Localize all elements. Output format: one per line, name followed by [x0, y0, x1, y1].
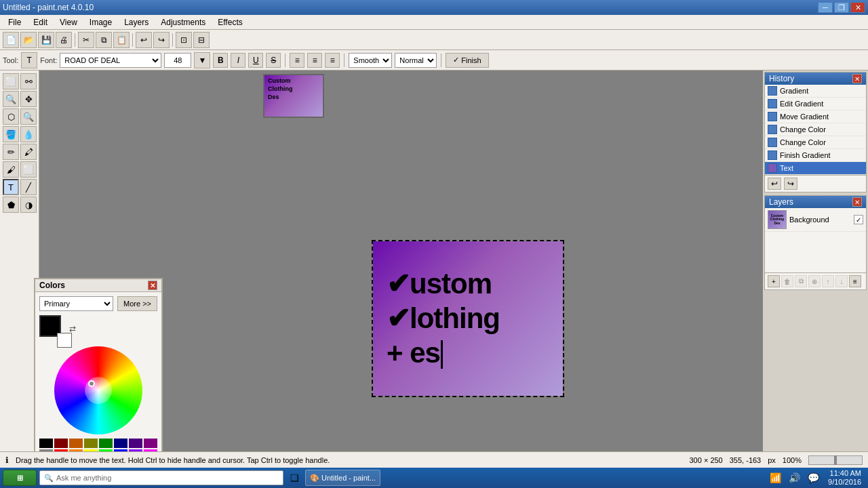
history-undo-button[interactable]: ↩ [768, 178, 781, 190]
tool-text[interactable]: T [3, 179, 19, 195]
smooth-select[interactable]: Smooth [349, 53, 392, 68]
underline-button[interactable]: U [248, 53, 263, 68]
open-button[interactable]: 📂 [20, 32, 37, 48]
preset-yellow[interactable] [84, 439, 98, 448]
cut-button[interactable]: ✂ [78, 32, 94, 48]
history-item-gradient[interactable]: Gradient [765, 85, 866, 98]
minimize-button[interactable]: ─ [818, 2, 833, 13]
strikethrough-button[interactable]: S [266, 53, 281, 68]
more-colors-button[interactable]: More >> [117, 296, 157, 311]
menu-effects[interactable]: Effects [212, 16, 248, 28]
size-down-button[interactable]: ▼ [194, 52, 210, 68]
canvas-image[interactable]: ✔ustom ✔lothing + es [372, 240, 564, 397]
menu-file[interactable]: File [3, 16, 26, 28]
start-button[interactable]: ⊞ [3, 470, 37, 486]
history-item-finish-gradient[interactable]: Finish Gradient [765, 149, 866, 162]
history-item-text[interactable]: Text [765, 162, 866, 175]
align-left-button[interactable]: ≡ [290, 53, 304, 68]
swap-arrow-icon[interactable]: ⇄ [69, 324, 76, 333]
finish-button[interactable]: ✓ Finish [446, 53, 488, 68]
save-button[interactable]: 💾 [38, 32, 54, 48]
undo-button[interactable]: ↩ [136, 32, 152, 48]
align-right-button[interactable]: ≡ [325, 53, 340, 68]
task-view-icon[interactable]: ❏ [286, 470, 302, 486]
taskbar-search[interactable]: 🔍 Ask me anything [39, 470, 283, 485]
paste-button[interactable]: 📋 [113, 32, 130, 48]
layers-up-button[interactable]: ↑ [822, 275, 834, 287]
tool-paintbucket[interactable]: 🪣 [3, 126, 19, 142]
text-tool-icon[interactable]: T [21, 52, 37, 68]
restore-button[interactable]: ❐ [834, 2, 849, 13]
font-size-input[interactable] [164, 53, 191, 68]
network-icon[interactable]: 📶 [767, 470, 783, 486]
history-item-move-gradient[interactable]: Move Gradient [765, 110, 866, 123]
preset-orange[interactable] [69, 439, 83, 448]
invert-button[interactable]: ⊟ [193, 32, 210, 48]
color-wheel-container[interactable] [54, 346, 142, 434]
normal-select[interactable]: Normal [395, 53, 437, 68]
menu-image[interactable]: Image [84, 16, 117, 28]
tool-brush[interactable]: 🖌 [3, 161, 19, 178]
layers-properties-button[interactable]: ≡ [849, 275, 861, 287]
layers-down-button[interactable]: ↓ [835, 275, 848, 287]
tool-shape[interactable]: ⬟ [3, 197, 19, 213]
font-select[interactable]: ROAD OF DEAL [60, 53, 161, 68]
colors-close-button[interactable]: ✕ [148, 281, 157, 290]
taskbar-app-paintnet[interactable]: 🎨 Untitled - paint... [305, 470, 380, 486]
tool-line[interactable]: ╱ [20, 179, 37, 195]
history-item-edit-gradient[interactable]: Edit Gradient [765, 98, 866, 110]
tool-colorpicker[interactable]: 💧 [20, 126, 37, 142]
preset-green[interactable] [99, 439, 113, 448]
notification-icon[interactable]: 💬 [805, 470, 821, 486]
new-button[interactable]: 📄 [3, 32, 19, 48]
layer-background[interactable]: CustomClothingDes Background ✓ [765, 208, 866, 232]
tool-pencil[interactable]: ✏ [3, 144, 19, 160]
history-redo-button[interactable]: ↪ [784, 178, 797, 190]
layers-delete-button[interactable]: 🗑 [781, 275, 793, 287]
history-item-change-color1[interactable]: Change Color [765, 123, 866, 136]
system-tray[interactable]: 11:40 AM 9/10/2016 [824, 469, 865, 487]
layers-merge-button[interactable]: ⊕ [808, 275, 821, 287]
close-button[interactable]: ✕ [850, 2, 865, 13]
volume-icon[interactable]: 🔊 [786, 470, 802, 486]
status-message: Drag the handle to move the text. Hold C… [16, 456, 346, 464]
tool-eraser[interactable]: ⬜ [20, 161, 37, 178]
layers-add-button[interactable]: + [768, 275, 780, 287]
history-item-change-color2[interactable]: Change Color [765, 136, 866, 149]
deselect-button[interactable]: ⊡ [176, 32, 192, 48]
italic-button[interactable]: I [231, 53, 245, 68]
color-wheel[interactable] [54, 346, 142, 434]
copy-button[interactable]: ⧉ [96, 32, 112, 48]
bold-button[interactable]: B [213, 53, 228, 68]
preset-darkred[interactable] [54, 439, 68, 448]
menu-adjustments[interactable]: Adjustments [155, 16, 211, 28]
primary-select[interactable]: Primary [39, 296, 113, 311]
layers-close-button[interactable]: ✕ [852, 197, 862, 207]
menu-view[interactable]: View [54, 16, 83, 28]
tool-lasso[interactable]: ⚯ [20, 73, 37, 89]
zoom-slider[interactable] [808, 455, 863, 465]
print-button[interactable]: 🖨 [56, 32, 72, 48]
preset-black[interactable] [39, 439, 53, 448]
tool-zoom[interactable]: 🔍 [3, 91, 19, 107]
menu-layers[interactable]: Layers [119, 16, 154, 28]
tool-magic-wand[interactable]: ⬡ [3, 108, 19, 125]
layer-visibility-check[interactable]: ✓ [854, 215, 863, 224]
history-icon-text [768, 163, 777, 173]
tool-colorpicker2[interactable]: 🖍 [20, 144, 37, 160]
layers-duplicate-button[interactable]: ⧉ [795, 275, 807, 287]
menu-edit[interactable]: Edit [28, 16, 53, 28]
history-close-button[interactable]: ✕ [852, 74, 862, 83]
tool-rect-select[interactable]: ⬜ [3, 73, 19, 89]
secondary-swatch[interactable] [57, 333, 72, 348]
preset-darkblue[interactable] [114, 439, 127, 448]
tool-gradient[interactable]: ◑ [20, 197, 37, 213]
redo-button[interactable]: ↪ [153, 32, 170, 48]
tool-move[interactable]: ✥ [20, 91, 37, 107]
main-toolbar: 📄 📂 💾 🖨 ✂ ⧉ 📋 ↩ ↪ ⊡ ⊟ [0, 30, 868, 50]
history-list: Gradient Edit Gradient Move Gradient Cha… [765, 85, 866, 175]
align-center-button[interactable]: ≡ [307, 53, 322, 68]
preset-purple[interactable] [129, 439, 142, 448]
preset-magenta[interactable] [144, 439, 157, 448]
tool-zoom2[interactable]: 🔍 [20, 108, 37, 125]
